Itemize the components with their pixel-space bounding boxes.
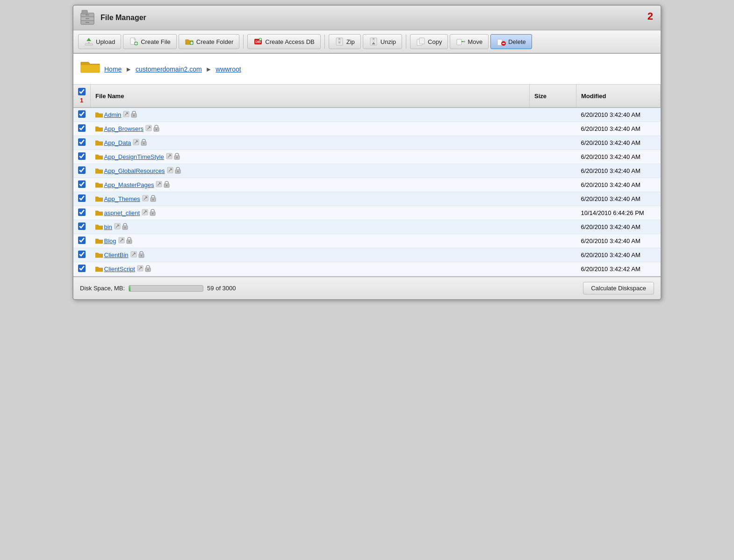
- select-all-header: 1: [73, 85, 91, 108]
- rename-icon[interactable]: [142, 209, 148, 217]
- file-link[interactable]: App_DesignTimeStyle: [104, 153, 164, 160]
- move-button[interactable]: Move: [450, 34, 489, 49]
- rename-icon[interactable]: [167, 167, 173, 175]
- zip-button[interactable]: Zip: [329, 34, 361, 49]
- zip-label: Zip: [346, 38, 355, 45]
- file-link[interactable]: aspnet_client: [104, 209, 140, 216]
- rename-icon[interactable]: [145, 125, 152, 133]
- row-checkbox[interactable]: [78, 223, 86, 230]
- row-name-cell: aspnet_client: [91, 206, 530, 220]
- folder-icon: [95, 140, 103, 146]
- rename-icon[interactable]: [166, 153, 173, 161]
- svg-point-63: [176, 157, 178, 158]
- create-access-db-button[interactable]: DB Create Access DB: [247, 34, 321, 49]
- rename-icon[interactable]: [137, 265, 144, 273]
- file-link[interactable]: App_GlobalResources: [104, 167, 165, 174]
- svg-marker-10: [86, 38, 91, 41]
- lock-icon[interactable]: [175, 167, 181, 175]
- copy-button[interactable]: Copy: [410, 34, 448, 49]
- calculate-diskspace-button[interactable]: Calculate Diskspace: [583, 282, 654, 294]
- row-checkbox[interactable]: [78, 124, 86, 132]
- svg-rect-9: [88, 43, 90, 43]
- file-link[interactable]: App_Themes: [104, 195, 140, 202]
- svg-point-57: [143, 143, 144, 144]
- file-link[interactable]: App_Browsers: [104, 125, 144, 132]
- row-modified-cell: 6/20/2010 3:42:40 AM: [576, 192, 661, 206]
- select-all-checkbox[interactable]: [78, 88, 86, 95]
- file-link[interactable]: App_Data: [104, 139, 131, 146]
- breadcrumb-domain[interactable]: customerdomain2.com: [136, 65, 202, 73]
- rename-icon[interactable]: [130, 251, 137, 259]
- lock-icon[interactable]: [131, 111, 137, 119]
- lock-icon[interactable]: [122, 223, 128, 231]
- rename-icon[interactable]: [156, 181, 162, 189]
- row-checkbox[interactable]: [78, 237, 86, 244]
- breadcrumb-home[interactable]: Home: [104, 65, 122, 73]
- folder-icon: [95, 126, 103, 132]
- create-folder-icon: [185, 37, 194, 46]
- create-folder-button[interactable]: Create Folder: [179, 34, 239, 49]
- table-row: aspnet_client 10/14/2010 6:44:26 PM: [73, 206, 661, 220]
- lock-icon[interactable]: [150, 209, 156, 217]
- rename-icon[interactable]: [114, 223, 121, 231]
- file-table: 1 File Name Size Modified Admin: [73, 85, 661, 276]
- file-link[interactable]: Blog: [104, 237, 116, 244]
- row-checkbox-cell: [73, 164, 91, 178]
- file-link[interactable]: ClientBin: [104, 251, 129, 258]
- rename-icon[interactable]: [133, 139, 139, 147]
- breadcrumb-folder-icon: [80, 58, 101, 79]
- row-modified-cell: 6/20/2010 3:42:40 AM: [576, 220, 661, 234]
- row-size-cell: [530, 234, 576, 248]
- row-checkbox[interactable]: [78, 138, 86, 146]
- upload-label: Upload: [96, 38, 115, 45]
- file-link[interactable]: bin: [104, 223, 112, 230]
- row-checkbox[interactable]: [78, 208, 86, 216]
- row-checkbox[interactable]: [78, 166, 86, 174]
- lock-icon[interactable]: [150, 195, 156, 203]
- row-checkbox[interactable]: [78, 265, 86, 272]
- svg-point-111: [147, 269, 149, 270]
- delete-button[interactable]: Delete: [490, 34, 532, 49]
- row-name-cell: ClientScript: [91, 262, 530, 276]
- size-header: Size: [530, 85, 576, 108]
- row-checkbox[interactable]: [78, 110, 86, 118]
- breadcrumb-wwwroot[interactable]: wwwroot: [216, 65, 241, 73]
- move-icon: [456, 37, 465, 46]
- create-file-button[interactable]: Create File: [123, 34, 177, 49]
- svg-rect-6: [86, 22, 89, 23]
- row-checkbox[interactable]: [78, 194, 86, 202]
- lock-icon[interactable]: [145, 265, 151, 273]
- table-row: App_GlobalResources 6/20/2010 3:42:40 AM: [73, 164, 661, 178]
- row-modified-cell: 10/14/2010 6:44:26 PM: [576, 206, 661, 220]
- lock-icon[interactable]: [138, 251, 144, 259]
- folder-icon: [95, 182, 103, 188]
- svg-point-75: [166, 185, 167, 186]
- row-checkbox-cell: [73, 262, 91, 276]
- row-checkbox[interactable]: [78, 251, 86, 258]
- lock-icon[interactable]: [153, 125, 159, 133]
- upload-button[interactable]: Upload: [78, 34, 121, 49]
- row-checkbox[interactable]: [78, 180, 86, 188]
- table-row: bin 6/20/2010 3:42:40 AM: [73, 220, 661, 234]
- lock-icon[interactable]: [126, 237, 132, 245]
- rename-icon[interactable]: [123, 111, 130, 119]
- file-link[interactable]: ClientScript: [104, 266, 135, 273]
- row-checkbox-cell: [73, 136, 91, 150]
- lock-icon[interactable]: [174, 153, 180, 161]
- row-checkbox[interactable]: [78, 152, 86, 160]
- rename-icon[interactable]: [142, 195, 149, 203]
- file-link[interactable]: App_MasterPages: [104, 181, 154, 188]
- lock-icon[interactable]: [141, 139, 147, 147]
- copy-icon: [416, 37, 425, 46]
- lock-icon[interactable]: [164, 181, 170, 189]
- row-name-cell: Admin: [91, 108, 530, 122]
- file-link[interactable]: Admin: [104, 111, 122, 118]
- svg-rect-7: [82, 10, 87, 14]
- create-access-db-icon: DB: [253, 37, 263, 46]
- folder-icon: [95, 112, 103, 118]
- rename-icon[interactable]: [118, 237, 125, 245]
- unzip-button[interactable]: Unzip: [363, 34, 402, 49]
- table-row: App_Themes 6/20/2010 3:42:40 AM: [73, 192, 661, 206]
- svg-rect-34: [457, 39, 461, 45]
- create-access-db-label: Create Access DB: [265, 38, 315, 45]
